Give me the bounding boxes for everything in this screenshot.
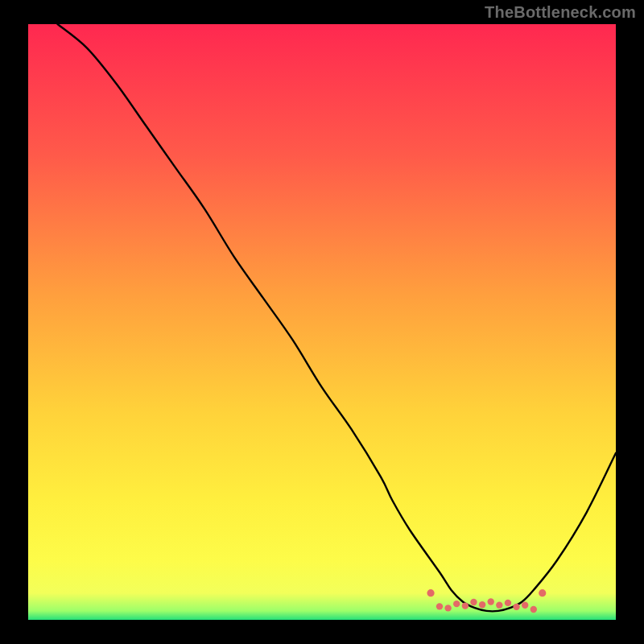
optimal-dot xyxy=(505,600,511,606)
chart-frame: TheBottleneck.com xyxy=(0,0,644,644)
optimal-dot xyxy=(436,603,443,609)
optimal-dot xyxy=(427,589,434,597)
optimal-dot xyxy=(539,589,546,597)
optimal-dot xyxy=(488,598,494,605)
optimal-dot xyxy=(470,599,477,605)
watermark-text: TheBottleneck.com xyxy=(485,3,636,22)
optimal-dot xyxy=(444,605,451,611)
optimal-dot xyxy=(530,606,537,613)
optimal-dot xyxy=(479,601,485,608)
optimal-dot xyxy=(522,601,528,608)
optimal-dot xyxy=(453,601,460,607)
optimal-dot xyxy=(496,601,502,608)
optimal-dot xyxy=(462,602,469,609)
plot-background xyxy=(28,24,616,620)
optimal-dot xyxy=(513,604,519,610)
bottleneck-chart xyxy=(28,24,616,620)
